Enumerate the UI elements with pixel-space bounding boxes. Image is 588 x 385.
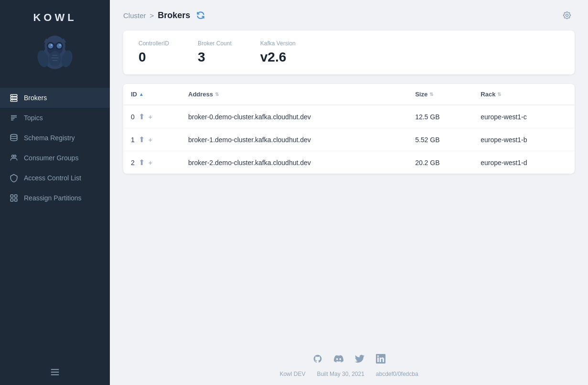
- sidebar-item-topics[interactable]: Topics: [0, 108, 110, 128]
- stat-broker-count-value: 3: [198, 50, 232, 65]
- cell-size: 5.52 GB: [407, 128, 473, 151]
- svg-point-8: [59, 44, 61, 46]
- svg-point-23: [11, 135, 17, 137]
- settings-icon: [562, 10, 572, 20]
- stat-controller-id-label: ControllerID: [139, 40, 169, 47]
- expand-icon[interactable]: +: [149, 113, 152, 121]
- footer: Kowl DEV Built May 30, 2021 abcdef0/0fed…: [110, 343, 588, 385]
- cell-rack: europe-west1-b: [473, 128, 575, 151]
- stat-broker-count-label: Broker Count: [198, 40, 232, 47]
- stat-kafka-version: Kafka Version v2.6: [260, 40, 296, 65]
- sort-icon-rack: ⇅: [497, 92, 501, 97]
- upload-icon[interactable]: ⬆: [139, 135, 145, 144]
- col-header-rack[interactable]: Rack ⇅: [473, 84, 575, 105]
- sidebar-item-label: Reassign Partitions: [24, 194, 82, 202]
- cell-size: 20.2 GB: [407, 151, 473, 174]
- cell-rack: europe-west1-d: [473, 151, 575, 174]
- stat-controller-id: ControllerID 0: [139, 40, 169, 65]
- sidebar-item-label: Brokers: [24, 94, 47, 102]
- col-header-id[interactable]: ID ▲: [123, 84, 181, 105]
- discord-icon[interactable]: [334, 354, 343, 366]
- consumer-groups-icon: [10, 154, 18, 162]
- sidebar-item-access-control-list[interactable]: Access Control List: [0, 168, 110, 188]
- access-control-icon: [10, 174, 18, 182]
- brokers-table: ID ▲ Address ⇅ Size ⇅: [123, 84, 575, 174]
- cell-rack: europe-west1-c: [473, 105, 575, 128]
- brokers-icon: [10, 94, 18, 102]
- menu-icon[interactable]: [50, 367, 60, 377]
- sidebar-item-reassign-partitions[interactable]: Reassign Partitions: [0, 188, 110, 208]
- topics-icon: [10, 114, 18, 122]
- table-body: 0 ⬆ + broker-0.demo-cluster.kafka.cloudh…: [123, 105, 575, 174]
- cell-address: broker-0.demo-cluster.kafka.cloudhut.dev: [181, 105, 407, 128]
- stat-kafka-version-label: Kafka Version: [260, 40, 296, 47]
- sidebar-item-brokers[interactable]: Brokers: [0, 88, 110, 108]
- cell-address: broker-1.demo-cluster.kafka.cloudhut.dev: [181, 128, 407, 151]
- breadcrumb-current: Brokers: [158, 10, 190, 21]
- svg-rect-17: [11, 94, 17, 96]
- svg-rect-27: [15, 195, 17, 197]
- upload-icon[interactable]: ⬆: [139, 112, 145, 121]
- refresh-icon: [196, 10, 205, 20]
- stat-broker-count: Broker Count 3: [198, 40, 232, 65]
- sidebar: KOWL: [0, 0, 110, 385]
- linkedin-icon[interactable]: [376, 354, 385, 366]
- twitter-icon[interactable]: [355, 354, 364, 366]
- svg-rect-18: [11, 97, 17, 99]
- sidebar-item-consumer-groups[interactable]: Consumer Groups: [0, 148, 110, 168]
- svg-rect-19: [11, 100, 17, 102]
- sidebar-footer: [0, 359, 110, 385]
- cell-address: broker-2.demo-cluster.kafka.cloudhut.dev: [181, 151, 407, 174]
- footer-icons: [313, 354, 385, 366]
- table-row[interactable]: 1 ⬆ + broker-1.demo-cluster.kafka.cloudh…: [123, 128, 575, 151]
- breadcrumb-parent[interactable]: Cluster: [123, 11, 146, 20]
- logo-text: KOWL: [33, 11, 76, 24]
- top-bar: Cluster > Brokers: [110, 0, 588, 31]
- logo-mascot: [33, 30, 76, 73]
- expand-icon[interactable]: +: [149, 136, 152, 144]
- svg-point-33: [566, 14, 568, 17]
- table-card: ID ▲ Address ⇅ Size ⇅: [123, 84, 575, 174]
- svg-rect-29: [15, 199, 17, 201]
- svg-point-20: [12, 95, 13, 96]
- svg-point-22: [12, 100, 13, 101]
- stats-card: ControllerID 0 Broker Count 3 Kafka Vers…: [123, 31, 575, 74]
- breadcrumb-separator: >: [150, 11, 154, 20]
- svg-point-13: [49, 51, 61, 66]
- footer-build-date: Built May 30, 2021: [317, 371, 364, 377]
- table-row[interactable]: 0 ⬆ + broker-0.demo-cluster.kafka.cloudh…: [123, 105, 575, 128]
- col-header-size[interactable]: Size ⇅: [407, 84, 473, 105]
- github-icon[interactable]: [313, 354, 322, 366]
- settings-button[interactable]: [559, 8, 575, 23]
- sidebar-item-label: Consumer Groups: [24, 154, 78, 162]
- svg-point-21: [12, 98, 13, 99]
- upload-icon[interactable]: ⬆: [139, 158, 145, 167]
- stat-kafka-version-value: v2.6: [260, 50, 296, 65]
- sidebar-item-schema-registry[interactable]: Schema Registry: [0, 128, 110, 148]
- svg-point-7: [51, 44, 53, 46]
- footer-text: Kowl DEV Built May 30, 2021 abcdef0/0fed…: [279, 371, 418, 377]
- expand-icon[interactable]: +: [149, 159, 152, 166]
- sort-icon-id: ▲: [139, 92, 144, 97]
- cell-size: 12.5 GB: [407, 105, 473, 128]
- table-row[interactable]: 2 ⬆ + broker-2.demo-cluster.kafka.cloudh…: [123, 151, 575, 174]
- svg-rect-28: [11, 199, 13, 201]
- svg-rect-26: [11, 195, 13, 197]
- cell-id: 0 ⬆ +: [123, 105, 181, 128]
- sidebar-item-label: Access Control List: [24, 174, 81, 182]
- footer-app-name: Kowl DEV: [279, 371, 305, 377]
- sort-icon-size: ⇅: [429, 92, 433, 97]
- cell-id: 1 ⬆ +: [123, 128, 181, 151]
- footer-commit: abcdef0/0fedcba: [376, 371, 418, 377]
- reassign-partitions-icon: [10, 194, 18, 202]
- refresh-button[interactable]: [194, 9, 207, 22]
- cell-id: 2 ⬆ +: [123, 151, 181, 174]
- logo-area: KOWL: [0, 0, 110, 80]
- svg-point-5: [48, 43, 53, 49]
- schema-registry-icon: [10, 134, 18, 142]
- sidebar-item-label: Schema Registry: [24, 134, 75, 142]
- nav-menu: Brokers Topics Schema Registry C: [0, 80, 110, 359]
- stat-controller-id-value: 0: [139, 50, 169, 65]
- sort-icon-address: ⇅: [215, 92, 219, 97]
- col-header-address[interactable]: Address ⇅: [181, 84, 407, 105]
